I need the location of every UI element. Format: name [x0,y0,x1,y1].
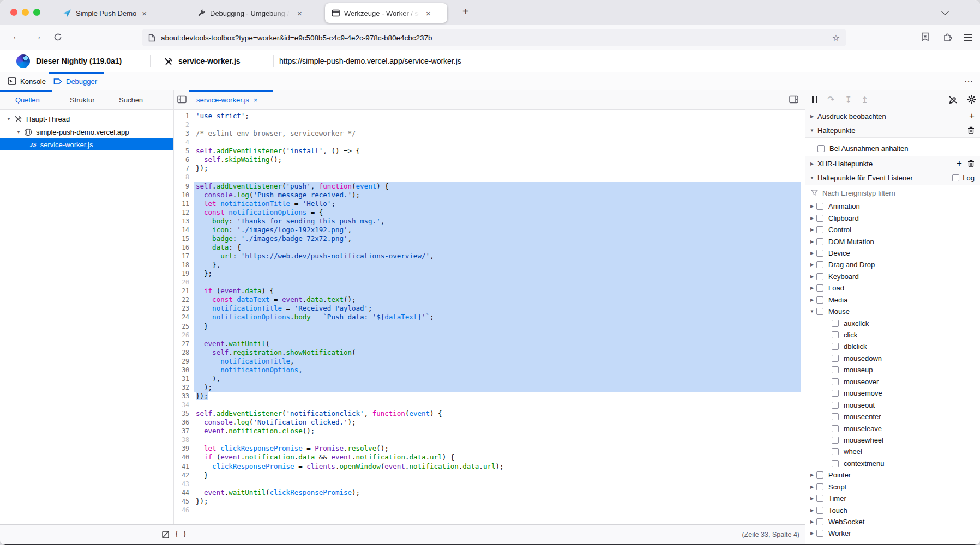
devtools-more-icon[interactable]: ⋯ [964,72,973,90]
line-number[interactable]: 2 [174,120,194,129]
event-checkbox[interactable] [816,238,823,245]
code-text[interactable]: notificationOptions, [194,366,801,374]
code-text[interactable]: console.log('Push message received.'); [194,191,801,199]
code-text[interactable]: url: 'https://web.dev/push-notifications… [194,252,801,261]
event-checkbox[interactable] [816,471,823,479]
expand-icon[interactable]: ▶ [809,161,815,166]
collapse-icon[interactable]: ▼ [5,117,12,122]
line-number[interactable]: 27 [174,340,194,348]
line-number[interactable]: 9 [174,182,194,191]
expand-icon[interactable]: ▶ [809,274,815,279]
line-number[interactable]: 25 [174,322,194,331]
event-row[interactable]: ▶Script [805,481,980,493]
code-text[interactable]: console.log('Notification clicked.'); [194,418,801,427]
back-icon[interactable]: ← [12,31,21,42]
code-text[interactable]: if (event.data) { [194,287,801,295]
collapse-icon[interactable]: ▼ [15,130,22,135]
event-checkbox[interactable] [816,495,823,502]
line-number[interactable]: 17 [174,252,194,261]
line-number[interactable]: 40 [174,453,194,462]
code-text[interactable] [194,480,801,488]
add-xhr-breakpoint-icon[interactable]: + [957,158,962,169]
settings-gear-icon[interactable] [967,95,976,104]
tab-quellen[interactable]: Quellen [15,90,40,109]
line-number[interactable]: 32 [174,383,194,392]
add-watch-icon[interactable]: + [969,111,975,122]
line-number[interactable]: 35 [174,409,194,418]
line-number[interactable]: 7 [174,164,194,173]
event-checkbox[interactable] [816,507,823,514]
event-row[interactable]: dblclick [805,341,980,352]
event-checkbox[interactable] [832,355,839,362]
bookmark-star-icon[interactable]: ☆ [832,33,840,43]
line-number[interactable]: 10 [174,191,194,199]
expand-icon[interactable]: ▶ [809,496,815,501]
event-row[interactable]: ▶Load [805,282,980,294]
reload-icon[interactable] [53,32,63,42]
code-text[interactable]: event.notification.close(); [194,427,801,435]
browser-tab-debugging[interactable]: Debugging - Umgebung / this-fi × [197,3,317,23]
line-number[interactable]: 43 [174,480,194,488]
event-row[interactable]: ▶Device [805,247,980,259]
line-number[interactable]: 24 [174,313,194,322]
expand-icon[interactable]: ▶ [809,485,815,489]
xhr-breakpoints-header[interactable]: ▶ XHR-Haltepunkte + [805,156,980,171]
code-text[interactable]: self.addEventListener('push', function(e… [194,182,801,191]
line-number[interactable]: 3 [174,129,194,138]
line-number[interactable]: 22 [174,295,194,304]
event-checkbox[interactable] [816,250,823,257]
expand-icon[interactable]: ▶ [809,227,815,232]
event-row[interactable]: ▶Media [805,294,980,306]
expand-icon[interactable]: ▶ [809,204,815,209]
event-row[interactable]: wheel [805,446,980,457]
browser-tab-devtools[interactable]: Werkzeuge - Worker / service-w × [325,3,447,23]
event-row[interactable]: mouseleave [805,422,980,434]
event-row[interactable]: ▶Timer [805,493,980,504]
code-text[interactable] [194,278,801,287]
code-text[interactable] [194,331,801,340]
event-row[interactable]: mousedown [805,353,980,364]
expand-icon[interactable]: ▶ [809,114,815,119]
event-row[interactable]: contextmenu [805,458,980,469]
event-row[interactable]: ▶Animation [805,201,980,212]
breakpoints-header[interactable]: ▼ Haltepunkte [805,123,980,138]
event-row[interactable]: mouseout [805,399,980,410]
line-number[interactable]: 31 [174,374,194,383]
event-checkbox[interactable] [832,437,839,444]
collapse-sources-pane-icon[interactable] [177,95,187,104]
event-row[interactable]: ▶Worker [805,528,980,539]
code-text[interactable]: }); [194,497,801,506]
remove-xhr-trash-icon[interactable] [967,160,975,167]
collapse-icon[interactable]: ▼ [809,175,815,180]
code-text[interactable]: notificationTitle, [194,357,801,366]
expand-icon[interactable]: ▶ [809,286,815,290]
pause-on-exceptions-row[interactable]: Bei Ausnahmen anhalten [805,141,980,156]
expand-icon[interactable]: ▶ [809,298,815,302]
close-window-button[interactable] [10,9,17,16]
event-row[interactable]: ▶Drag and Drop [805,259,980,270]
line-number[interactable]: 34 [174,401,194,409]
event-listener-breakpoints-header[interactable]: ▼ Haltepunkte für Event Listener Log [805,170,980,186]
line-number[interactable]: 11 [174,199,194,208]
event-row[interactable]: click [805,329,980,341]
code-text[interactable] [194,435,801,444]
event-row[interactable]: mouseover [805,376,980,387]
line-number[interactable]: 36 [174,418,194,427]
maximize-window-button[interactable] [33,9,40,16]
event-row[interactable]: ▼Mouse [805,306,980,317]
event-checkbox[interactable] [816,530,823,537]
code-text[interactable]: } [194,322,801,331]
code-text[interactable]: if (event.notification.data && event.not… [194,453,801,462]
code-text[interactable]: const notificationOptions = { [194,208,801,217]
line-number[interactable]: 23 [174,304,194,313]
tab-overflow-chevron-icon[interactable] [942,9,948,14]
event-checkbox[interactable] [832,343,839,350]
event-checkbox[interactable] [816,273,823,280]
expand-icon[interactable]: ▶ [809,239,815,244]
collapse-icon[interactable]: ▼ [809,128,815,133]
event-checkbox[interactable] [832,413,839,420]
code-text[interactable]: self.skipWaiting(); [194,155,801,164]
tab-suchen[interactable]: Suchen [119,90,143,109]
event-checkbox[interactable] [832,378,839,385]
code-text[interactable]: data: { [194,243,801,252]
